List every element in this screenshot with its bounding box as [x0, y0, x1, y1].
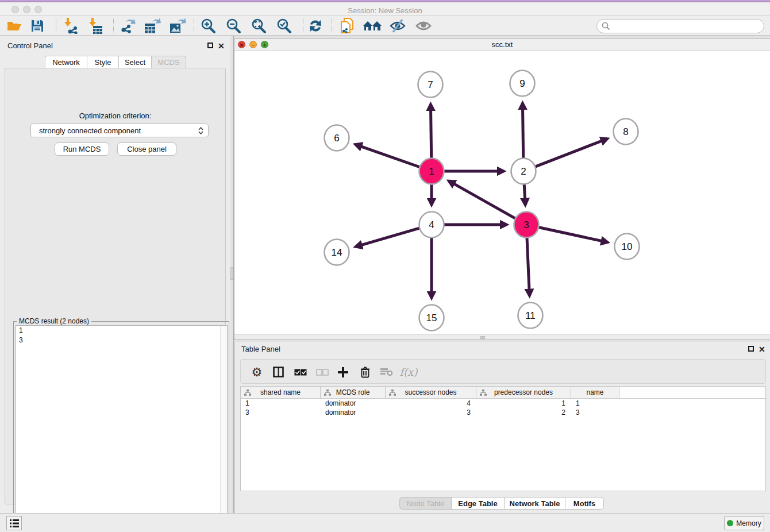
float-panel-icon[interactable]	[207, 43, 213, 48]
svg-text:15: 15	[426, 313, 437, 323]
node-table[interactable]: shared nameMCDS rolesuccessor nodesprede…	[240, 386, 766, 491]
svg-text:3: 3	[523, 219, 529, 230]
dropdown-stepper-icon	[197, 127, 208, 134]
window-titlebar: Session: New Session	[0, 2, 770, 16]
mcds-result-textarea[interactable]: 13	[16, 325, 228, 532]
tab-style[interactable]: Style	[87, 56, 118, 68]
automation-panel-button[interactable]	[6, 516, 22, 530]
column-header-label: predecessor nodes	[476, 388, 571, 396]
node-10[interactable]: 10	[615, 234, 640, 260]
network-splitter-grabber[interactable]	[480, 336, 485, 339]
table-cell[interactable]: 1	[571, 399, 619, 408]
zoom-in-button[interactable]	[197, 16, 219, 35]
column-header-predecessor-nodes[interactable]: predecessor nodes	[476, 387, 571, 399]
table-settings-button[interactable]: ⚙	[247, 360, 267, 384]
tab-node-table[interactable]: Node Table	[399, 497, 451, 510]
memory-button[interactable]: Memory	[724, 516, 764, 530]
first-neighbors-button[interactable]	[361, 16, 383, 35]
run-mcds-button[interactable]: Run MCDS	[55, 142, 109, 156]
node-15[interactable]: 15	[419, 305, 444, 331]
table-cell[interactable]: 1	[476, 399, 571, 408]
table-cell[interactable]: 4	[386, 399, 476, 408]
deselect-all-button[interactable]	[312, 360, 333, 384]
import-table-button[interactable]	[84, 16, 106, 35]
memory-status-icon	[727, 520, 733, 526]
apply-layout-button[interactable]	[305, 16, 326, 35]
close-panel-button[interactable]: Close panel	[117, 142, 176, 156]
tab-edge-table[interactable]: Edge Table	[451, 497, 504, 510]
node-4[interactable]: 4	[419, 212, 444, 238]
save-session-button[interactable]	[26, 16, 48, 35]
column-header-shared-name[interactable]: shared name	[241, 387, 321, 399]
network-bottom-splitter[interactable]	[234, 334, 770, 340]
table-cell[interactable]: dominator	[321, 408, 386, 417]
node-7[interactable]: 7	[418, 72, 443, 98]
show-details-button[interactable]	[413, 16, 434, 35]
edge-3-1[interactable]	[449, 181, 523, 223]
houses-icon	[363, 19, 382, 33]
table-cell[interactable]: 3	[386, 408, 476, 417]
splitter-grabber[interactable]	[230, 267, 233, 280]
delete-column-button[interactable]	[376, 360, 397, 384]
delete-column-icon	[380, 368, 393, 376]
edge-2-8[interactable]	[527, 138, 607, 169]
open-session-button[interactable]	[3, 16, 25, 35]
tab-select[interactable]: Select	[118, 56, 151, 68]
network-window-titlebar[interactable]: ✕ − + scc.txt	[234, 38, 770, 51]
column-header-successor-nodes[interactable]: successor nodes	[386, 387, 476, 399]
table-row[interactable]: 3dominator323	[241, 408, 765, 417]
node-2[interactable]: 2	[511, 159, 536, 184]
zoom-out-button[interactable]	[222, 16, 244, 35]
node-11[interactable]: 11	[518, 303, 543, 329]
result-scrollbar[interactable]	[220, 326, 227, 532]
zoom-selected-button[interactable]	[273, 16, 295, 35]
optimization-dropdown[interactable]: strongly connected component	[30, 124, 209, 137]
tab-network-table[interactable]: Network Table	[504, 497, 565, 510]
eye-slash-icon	[389, 18, 406, 33]
table-cell[interactable]: dominator	[321, 399, 386, 408]
edge-3-10[interactable]	[530, 225, 607, 242]
table-cell[interactable]: 2	[476, 408, 571, 417]
import-network-button[interactable]	[60, 16, 82, 35]
column-header-name[interactable]: name	[571, 387, 619, 399]
search-input[interactable]	[613, 22, 757, 30]
node-6[interactable]: 6	[325, 125, 349, 151]
float-table-panel-icon[interactable]	[748, 346, 754, 352]
column-header-MCDS-role[interactable]: MCDS role	[321, 387, 386, 399]
table-cell[interactable]: 3	[241, 408, 321, 417]
table-row[interactable]: 1dominator411	[241, 399, 765, 408]
delete-row-button[interactable]	[355, 360, 375, 384]
close-table-panel-icon[interactable]: ✕	[759, 346, 765, 352]
tab-network[interactable]: Network	[45, 56, 87, 68]
table-cell[interactable]: 3	[571, 408, 619, 417]
function-builder-button[interactable]: f(x)	[398, 360, 419, 384]
tab-mcds[interactable]: MCDS	[151, 56, 186, 68]
zoom-fit-button[interactable]	[248, 16, 270, 35]
mcds-result-title: MCDS result (2 nodes)	[17, 317, 91, 325]
add-row-button[interactable]	[333, 360, 353, 384]
control-panel-tabs: NetworkStyleSelectMCDS	[45, 56, 186, 68]
zoom-out-icon	[225, 18, 241, 34]
export-table-button[interactable]	[141, 16, 163, 35]
close-panel-icon[interactable]: ✕	[218, 43, 225, 49]
column-layout-button[interactable]	[268, 360, 288, 384]
export-image-button[interactable]	[167, 16, 188, 35]
select-all-button[interactable]	[290, 360, 311, 384]
node-8[interactable]: 8	[614, 119, 638, 145]
export-network-button[interactable]	[117, 16, 138, 35]
node-14[interactable]: 14	[325, 240, 349, 265]
network-canvas[interactable]: 7968124314101511	[234, 51, 769, 335]
tab-motifs[interactable]: Motifs	[565, 497, 604, 510]
node-9[interactable]: 9	[510, 71, 535, 97]
hide-details-button[interactable]	[387, 16, 409, 35]
edge-1-6[interactable]	[356, 144, 429, 170]
mcds-result-box: MCDS result (2 nodes) 13	[13, 321, 229, 532]
edge-4-14[interactable]	[356, 226, 428, 247]
node-3[interactable]: 3	[514, 212, 539, 238]
node-1[interactable]: 1	[419, 159, 444, 184]
network-from-selection-button[interactable]	[336, 16, 358, 35]
search-icon	[602, 22, 610, 30]
tree-icon	[480, 390, 487, 396]
table-cell[interactable]: 1	[241, 399, 321, 408]
search-box[interactable]	[596, 19, 764, 33]
